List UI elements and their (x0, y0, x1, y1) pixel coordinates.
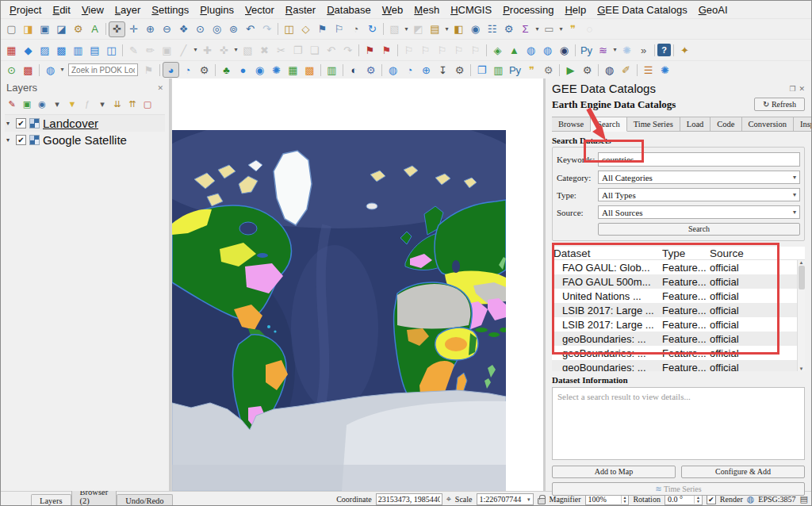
temporal-controller-icon[interactable]: ◔ (347, 21, 364, 37)
copy-features-icon[interactable]: ❐ (289, 42, 306, 58)
keywords-input[interactable] (598, 152, 800, 167)
show-bookmarks-icon[interactable]: ⚐ (331, 21, 347, 37)
hcmgis-globe-remove-icon[interactable]: ◍ (539, 42, 556, 58)
catalog-tab[interactable]: Load (680, 117, 711, 132)
globe-back-icon[interactable]: ◔ (401, 62, 418, 78)
move-label-icon[interactable]: ⚐ (467, 42, 484, 58)
table-row[interactable]: geoBoundaries: ... Feature... official (552, 332, 805, 346)
globe-gear-icon[interactable]: ✺ (268, 62, 285, 78)
dataset-information-box[interactable]: Select a search result to view details..… (552, 387, 805, 460)
separator[interactable] (320, 64, 321, 76)
separator[interactable] (486, 44, 487, 56)
map-canvas[interactable] (171, 79, 543, 491)
pan-to-selection-icon[interactable]: ✛ (125, 21, 142, 37)
battery-icon[interactable]: ▥ (324, 62, 340, 78)
gee-map-icon[interactable]: ◔ (179, 62, 196, 78)
separator[interactable] (637, 64, 638, 76)
python-console-icon[interactable]: Py (578, 42, 595, 58)
refresh-map-icon[interactable]: ↻ (364, 21, 381, 37)
catalog-tab[interactable]: Inspector (794, 117, 812, 132)
add-vector-layer-icon[interactable]: ◆ (20, 42, 36, 58)
separator[interactable] (159, 64, 160, 76)
dark-globe-icon[interactable]: ◐ (346, 62, 362, 78)
menu-item[interactable]: Edit (47, 2, 75, 17)
zoom-out-icon[interactable]: ⊖ (159, 21, 175, 37)
green-grid-icon[interactable]: ▦ (285, 62, 301, 78)
catalog-tab[interactable]: Code (710, 117, 741, 132)
modify-attributes-icon[interactable]: ▧ (239, 42, 256, 58)
hcmgis-globe-search-icon[interactable]: ◉ (556, 42, 573, 58)
close-icon[interactable]: ✕ (157, 84, 163, 92)
eye-icon[interactable]: ◉ (251, 62, 268, 78)
undo-icon[interactable]: ↶ (323, 42, 339, 58)
sun-settings-icon[interactable]: ✺ (657, 62, 673, 78)
separator[interactable] (654, 44, 655, 56)
vertex-tool-icon[interactable]: ✜ (216, 42, 232, 58)
time-series-button[interactable]: ≋ Time Series (552, 482, 805, 496)
dock-tab[interactable]: Layers (31, 494, 71, 506)
separator[interactable] (397, 44, 398, 56)
add-raster-layer-icon[interactable]: ▨ (36, 42, 53, 58)
menu-item[interactable]: Vector (239, 2, 280, 17)
search-button[interactable]: Search (598, 223, 800, 236)
rotation-value[interactable] (665, 495, 694, 504)
show-unplaced-labels-icon[interactable]: ⚐ (417, 42, 434, 58)
magnifier-value[interactable] (586, 495, 621, 504)
zoom-to-selection-icon[interactable]: ⊙ (192, 21, 209, 37)
manage-themes-icon[interactable]: ◉ (35, 98, 49, 111)
open-project-icon[interactable]: ◨ (20, 21, 36, 37)
add-group-icon[interactable]: ▣ (20, 98, 34, 111)
panel-grid-icon[interactable]: ▥ (490, 62, 507, 78)
highlight-labels-icon[interactable]: ⚐ (450, 42, 467, 58)
spin-down-icon[interactable]: ▼ (696, 500, 700, 504)
scale-select[interactable]: 1:226707744▾ (477, 493, 534, 505)
plotly-dropdown-icon[interactable]: ▾ (611, 42, 619, 58)
open-attribute-table-icon[interactable]: ▤ (427, 21, 443, 37)
layer-row[interactable]: ▾ ✔ Landcover (5, 115, 165, 132)
blue-globe-icon[interactable]: ◍ (385, 62, 401, 78)
zoom-last-icon[interactable]: ↶ (242, 21, 259, 37)
pdok-dropdown-icon[interactable]: ▾ (59, 62, 66, 78)
table-row[interactable]: geoBoundaries: ... Feature... official (552, 360, 805, 371)
layer-label[interactable]: Google Satellite (43, 133, 127, 147)
style-manager-icon[interactable]: A (86, 21, 103, 37)
label-pinned-icon[interactable]: ⚑ (378, 42, 395, 58)
gear-blue-icon[interactable]: ⚙ (362, 62, 379, 78)
redo-icon[interactable]: ↷ (339, 42, 356, 58)
separator[interactable] (105, 23, 106, 35)
menu-item[interactable]: Database (321, 2, 377, 17)
new-project-icon[interactable]: ▢ (3, 21, 20, 37)
menu-item[interactable]: GeoAI (693, 2, 733, 17)
separator[interactable] (381, 64, 382, 76)
hcmgis-delta-icon[interactable]: ▲ (506, 42, 523, 58)
new-3d-map-view-icon[interactable]: ◇ (297, 21, 314, 37)
select-features-icon[interactable]: ▧ (386, 21, 403, 37)
gee-datacatalog-icon[interactable]: ◕ (163, 62, 179, 78)
add-mesh-layer-icon[interactable]: ▩ (53, 42, 70, 58)
processing-history-icon[interactable]: ✺ (619, 42, 635, 58)
gear-dark-icon[interactable]: ⚙ (451, 62, 468, 78)
scroll-down-icon[interactable]: ▼ (799, 366, 804, 371)
separator[interactable] (575, 44, 576, 56)
catalog-tab[interactable]: Browse (552, 117, 591, 132)
zoom-native-icon[interactable]: ⊚ (225, 21, 242, 37)
paste-features-icon[interactable]: ❏ (306, 42, 323, 58)
separator[interactable] (358, 44, 359, 56)
legend-list-icon[interactable]: ☰ (640, 62, 657, 78)
save-edits-icon[interactable]: ▣ (159, 42, 175, 58)
wrench-icon[interactable]: ✐ (618, 62, 634, 78)
gee-settings-icon[interactable]: ⚙ (196, 62, 213, 78)
mouse-tracking-icon[interactable]: ⌖ (446, 494, 451, 504)
python-plugin-icon[interactable]: Py (507, 62, 523, 78)
menu-item[interactable]: Project (4, 2, 47, 17)
pdok-search-input[interactable] (68, 63, 138, 76)
new-virtual-layer-icon[interactable]: ◧ (450, 21, 467, 37)
topology-checker-icon[interactable]: ✦ (676, 42, 693, 58)
label-highlight-icon[interactable]: ⚑ (362, 42, 378, 58)
measure-dropdown-icon[interactable]: ▾ (557, 21, 565, 37)
play-icon[interactable]: ▶ (562, 62, 579, 78)
separator[interactable] (278, 23, 278, 35)
project-properties-icon[interactable]: ⚙ (70, 21, 86, 37)
data-plotly-icon[interactable]: ≋ (595, 42, 611, 58)
select-dropdown-icon[interactable]: ▾ (403, 21, 410, 37)
